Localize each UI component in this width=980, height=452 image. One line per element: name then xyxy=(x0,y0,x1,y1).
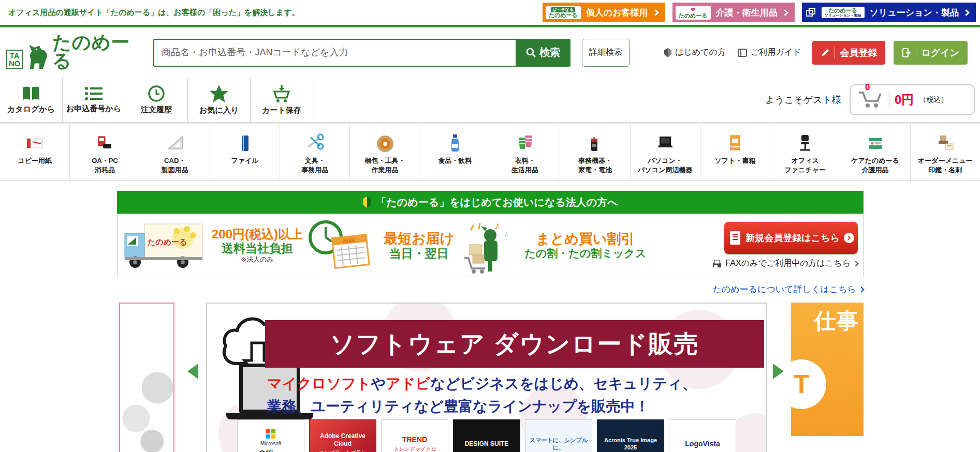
nav-item-order-number[interactable]: お申込番号から xyxy=(63,78,125,122)
chevron-right-icon xyxy=(963,9,970,16)
cart-amount: 0円 xyxy=(895,92,914,108)
care-tanomail-logo: ❤ たのめーる xyxy=(676,6,711,20)
first-time-corporate-banner[interactable]: 「たのめーる」をはじめてお使いになる法人の方へ xyxy=(117,191,864,214)
category-office-appliances[interactable]: 事務機器・家電・電池 xyxy=(560,124,630,180)
delivery-truck-illustration: たのめーる xyxy=(121,218,208,274)
about-tanomail-link[interactable]: たのめーるについて詳しくはこちら xyxy=(712,283,864,295)
tanomail-logo[interactable]: TA NO たのめーる xyxy=(6,33,140,72)
button-divider xyxy=(835,47,835,58)
first-time-link[interactable]: はじめての方 xyxy=(664,47,726,58)
set-square-icon xyxy=(165,132,185,153)
personal-site-button[interactable]: ぱーそなる たのめーる 個人のお客様用 xyxy=(543,3,665,22)
favorite-star-icon xyxy=(209,84,229,103)
tile-microsoft-office[interactable]: Microsoft Office xyxy=(237,419,304,452)
beginner-mark-icon xyxy=(664,48,672,58)
products-icon xyxy=(805,7,816,18)
next-slide-strip xyxy=(791,436,864,452)
music-note: ♪ xyxy=(494,220,500,231)
tape-roll-icon xyxy=(375,132,396,153)
category-care-products[interactable]: ケアたのめーる介護用品 xyxy=(840,124,910,180)
care-site-button[interactable]: ❤ たのめーる 介護・衛生用品 xyxy=(672,3,795,22)
cart-tax-note: （税込） xyxy=(919,95,948,104)
fax-users-link[interactable]: FAXのみでご利用中の方はこちら xyxy=(712,258,858,269)
chevron-right-icon xyxy=(782,9,788,16)
main-content: 「たのめーる」をはじめてお使いになる法人の方へ たのめーる 200円(税込)以上… xyxy=(117,191,864,295)
tile-design-suite[interactable]: DESIGN SUITE xyxy=(453,419,520,452)
carousel-next-arrow[interactable] xyxy=(773,364,784,379)
banner-title: ソフトウェア ダウンロード販売 xyxy=(265,320,764,368)
search-input[interactable] xyxy=(153,39,516,67)
tile-adobe-creative-cloud[interactable]: Adobe Creative Cloud コンプリートプラン xyxy=(309,419,376,452)
new-member-register-button[interactable]: 新規会員登録はこちら xyxy=(724,222,858,254)
category-software-books[interactable]: ソフト・書籍 xyxy=(700,124,770,180)
nav-item-cart-save[interactable]: カート保存 xyxy=(251,78,313,122)
site-tagline: オフィス用品の通販サイト「たのめーる」は、お客様の「困った」を解決します。 xyxy=(8,8,299,18)
scissors-icon xyxy=(304,132,325,153)
nav-item-favorites[interactable]: お気に入り xyxy=(188,78,251,122)
about-link-row: たのめーるについて詳しくはこちら xyxy=(117,283,864,295)
tile-acronis-true-image[interactable]: Acronis True Image 2025 xyxy=(597,419,664,452)
welcome-guest-text: ようこそゲスト様 xyxy=(765,94,841,106)
guide-book-icon xyxy=(737,48,748,57)
cart-summary[interactable]: 0 0円 （税込） xyxy=(850,84,975,115)
tile-logovista[interactable]: LogoVista xyxy=(669,419,736,452)
carousel-next-slide-preview[interactable]: 仕事 T xyxy=(791,303,864,452)
copy-paper-icon xyxy=(24,132,45,153)
category-packing-tools[interactable]: 梱包・工具・作業用品 xyxy=(350,124,420,180)
tano-letters: TA NO xyxy=(6,50,23,69)
software-box-icon xyxy=(725,132,745,153)
bulk-discount-text: まとめ買い割引 たの割・たの割ミックス xyxy=(524,231,646,260)
nav-item-catalog[interactable]: カタログから xyxy=(0,78,63,122)
tile-trend-micro[interactable]: TREND トレンドマイクロ xyxy=(381,419,448,452)
category-copy-paper[interactable]: コピー用紙 xyxy=(0,124,70,180)
catalog-book-icon xyxy=(21,85,41,102)
history-clock-icon xyxy=(148,85,165,102)
next-slide-letter: T xyxy=(791,359,826,409)
category-files[interactable]: ファイル xyxy=(210,124,280,180)
advanced-search-button[interactable]: 詳細検索 xyxy=(582,39,630,67)
category-clothing-daily[interactable]: 衣料・生活用品 xyxy=(490,124,560,180)
category-pc-peripherals[interactable]: パソコン・パソコン周辺機器 xyxy=(631,124,700,180)
category-food-drink[interactable]: 食品・飲料 xyxy=(420,124,490,180)
music-note: ♪ xyxy=(504,229,508,238)
login-icon xyxy=(902,48,911,58)
login-button[interactable]: ログイン xyxy=(894,41,968,65)
care-package-icon xyxy=(865,132,886,153)
solution-site-button[interactable]: たのめーる ソリューション・製品 ソリューション・製品 xyxy=(802,3,976,22)
top-bar-buttons: ぱーそなる たのめーる 個人のお客様用 ❤ たのめーる 介護・衛生用品 たのめー… xyxy=(543,3,976,22)
banner-description-line2: 業務、ユーティリティなど豊富なラインナップを販売中！ xyxy=(267,397,650,416)
cart-divider xyxy=(889,91,889,109)
category-cad-drafting[interactable]: CAD・製図用品 xyxy=(140,124,210,180)
register-button[interactable]: 会員登録 xyxy=(812,41,885,65)
bottle-icon xyxy=(445,132,465,153)
search-icon xyxy=(526,48,536,58)
category-office-furniture[interactable]: オフィスファニチャー xyxy=(770,124,840,180)
user-guide-link[interactable]: ご利用ガイド xyxy=(737,47,801,58)
hero-carousel: ソフトウェア ダウンロード販売 マイクロソフトやアドビなどビジネスをはじめ、セキ… xyxy=(0,303,980,452)
carousel-prev-slide-preview[interactable] xyxy=(119,303,174,452)
file-binder-icon xyxy=(235,132,255,153)
category-stationery[interactable]: 文具・事務用品 xyxy=(280,124,350,180)
clock-calendar-illustration xyxy=(307,219,379,273)
chevron-right-icon xyxy=(853,261,858,266)
notebook-icon xyxy=(728,230,741,246)
carousel-prev-arrow[interactable] xyxy=(187,364,198,379)
category-order-stamps-cards[interactable]: オーダーメニュー印鑑・名刺 xyxy=(911,124,980,180)
fax-icon xyxy=(712,259,722,268)
benefits-strip: たのめーる 200円(税込)以上 送料当社負担 ※法人のみ xyxy=(117,214,864,277)
personal-site-label: 個人のお客様用 xyxy=(586,7,648,19)
free-shipping-text: 200円(税込)以上 送料当社負担 ※法人のみ xyxy=(212,227,303,264)
office-chair-icon xyxy=(795,132,815,153)
beginner-mark-icon xyxy=(362,195,372,209)
cart-count: 0 xyxy=(865,82,870,93)
dog-mascot-icon xyxy=(25,41,50,71)
search-button[interactable]: 検索 xyxy=(516,39,571,67)
nav-item-order-history[interactable]: 注文履歴 xyxy=(125,78,188,122)
category-oa-pc-supplies[interactable]: OA・PC消耗品 xyxy=(70,124,140,180)
software-download-banner[interactable]: ソフトウェア ダウンロード販売 マイクロソフトやアドビなどビジネスをはじめ、セキ… xyxy=(206,303,767,452)
search-area: 検索 詳細検索 xyxy=(153,39,630,67)
truck-logo-text: たのめーる xyxy=(148,237,187,246)
cart-icon-wrap: 0 xyxy=(857,88,884,111)
tile-smart-simple[interactable]: スマートに、シンプルに、 xyxy=(525,419,592,452)
next-slide-title: 仕事 xyxy=(814,307,859,336)
